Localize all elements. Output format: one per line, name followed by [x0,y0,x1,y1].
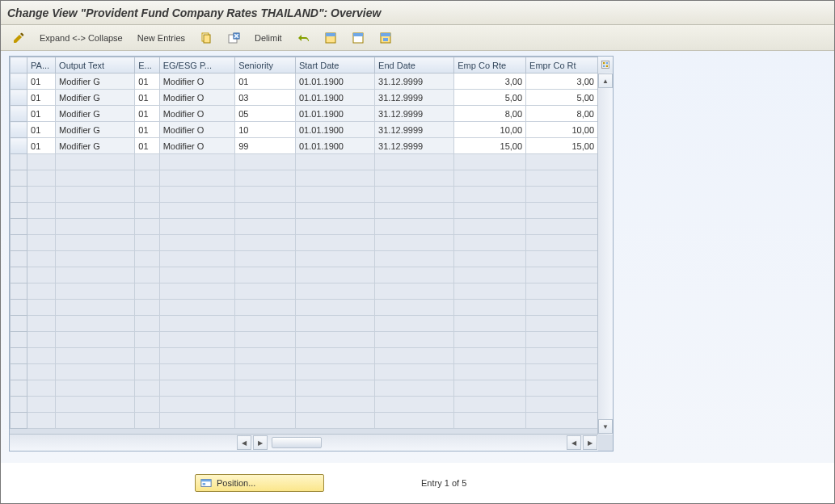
cell-empty[interactable] [159,413,235,429]
cell-end-date[interactable]: 31.12.9999 [375,122,454,138]
cell-empty[interactable] [454,203,526,219]
cell-empty[interactable] [159,235,235,251]
cell-empr-co-rt[interactable]: 15,00 [526,138,598,154]
table-row[interactable]: 01Modifier G01Modifier O1001.01.190031.1… [11,122,598,138]
delimit-button[interactable]: Delimit [250,29,287,47]
delete-icon[interactable] [222,29,245,47]
cell-empty[interactable] [27,348,56,364]
cell-empty[interactable] [454,235,526,251]
cell-empty[interactable] [295,203,374,219]
data-grid[interactable]: PA... Output Text E... EG/ESG P... Senio… [10,57,598,435]
cell-pa[interactable]: 01 [27,106,56,122]
cell-empty[interactable] [235,348,296,364]
cell-empty[interactable] [135,397,159,413]
cell-empty[interactable] [454,316,526,332]
row-selector[interactable] [11,170,27,187]
cell-empty[interactable] [27,235,56,251]
cell-empty[interactable] [135,154,159,170]
cell-empty[interactable] [454,300,526,316]
cell-emp-co-rte[interactable]: 5,00 [454,90,526,106]
cell-empty[interactable] [375,235,454,251]
row-selector[interactable] [11,284,27,300]
cell-empty[interactable] [526,397,598,413]
scroll-up-icon[interactable]: ▲ [598,74,613,88]
cell-empty[interactable] [235,251,296,267]
cell-empty[interactable] [56,267,135,284]
cell-empty[interactable] [454,348,526,364]
table-configure-icon[interactable] [597,57,613,74]
cell-empty[interactable] [295,267,374,284]
cell-e[interactable]: 01 [135,138,159,154]
cell-empty[interactable] [135,413,159,429]
col-e[interactable]: E... [135,57,159,74]
cell-empty[interactable] [135,380,159,397]
cell-start-date[interactable]: 01.01.1900 [295,74,374,90]
cell-empty[interactable] [295,235,374,251]
table-row-empty[interactable] [11,154,598,170]
row-selector[interactable] [11,332,27,348]
cell-empty[interactable] [135,187,159,203]
cell-empty[interactable] [375,154,454,170]
cell-empty[interactable] [375,332,454,348]
cell-empty[interactable] [454,380,526,397]
cell-empty[interactable] [295,332,374,348]
col-seniority[interactable]: Seniority [235,57,296,74]
cell-empty[interactable] [27,170,56,187]
cell-empty[interactable] [135,316,159,332]
cell-empty[interactable] [295,364,374,380]
cell-emp-co-rte[interactable]: 10,00 [454,122,526,138]
cell-empty[interactable] [135,203,159,219]
cell-empty[interactable] [235,203,296,219]
cell-empty[interactable] [159,364,235,380]
cell-start-date[interactable]: 01.01.1900 [295,122,374,138]
cell-empty[interactable] [159,203,235,219]
cell-emp-co-rte[interactable]: 3,00 [454,74,526,90]
col-end-date[interactable]: End Date [375,57,454,74]
cell-empty[interactable] [454,332,526,348]
expand-collapse-button[interactable]: Expand <-> Collapse [35,29,128,47]
cell-empty[interactable] [454,219,526,235]
table-row-empty[interactable] [11,219,598,235]
cell-empty[interactable] [235,380,296,397]
cell-start-date[interactable]: 01.01.1900 [295,90,374,106]
row-selector[interactable] [11,397,27,413]
undo-icon[interactable] [292,29,314,47]
cell-empty[interactable] [56,187,135,203]
cell-empty[interactable] [27,300,56,316]
table-row-empty[interactable] [11,284,598,300]
cell-empr-co-rt[interactable]: 8,00 [526,106,598,122]
col-empr-co-rt[interactable]: Empr Co Rt [526,57,598,74]
cell-empty[interactable] [526,235,598,251]
cell-empty[interactable] [375,170,454,187]
cell-empty[interactable] [375,187,454,203]
cell-empty[interactable] [526,332,598,348]
cell-empty[interactable] [235,300,296,316]
col-output-text[interactable]: Output Text [56,57,135,74]
cell-empty[interactable] [159,187,235,203]
row-selector[interactable] [11,138,27,154]
cell-empty[interactable] [159,316,235,332]
cell-empty[interactable] [375,316,454,332]
cell-pa[interactable]: 01 [27,122,56,138]
cell-empty[interactable] [526,300,598,316]
cell-empr-co-rt[interactable]: 5,00 [526,90,598,106]
cell-empty[interactable] [235,413,296,429]
cell-empty[interactable] [526,348,598,364]
cell-empty[interactable] [27,203,56,219]
table-row-empty[interactable] [11,300,598,316]
cell-empty[interactable] [56,284,135,300]
table-row[interactable]: 01Modifier G01Modifier O0101.01.190031.1… [11,74,598,90]
scroll-down-icon[interactable]: ▼ [598,419,613,434]
cell-empty[interactable] [375,203,454,219]
cell-pa[interactable]: 01 [27,90,56,106]
new-entries-button[interactable]: New Entries [133,29,190,47]
cell-seniority[interactable]: 99 [235,138,296,154]
cell-empty[interactable] [235,187,296,203]
cell-empty[interactable] [375,413,454,429]
cell-empty[interactable] [526,413,598,429]
cell-empty[interactable] [56,154,135,170]
copy-icon[interactable] [195,29,217,47]
cell-empty[interactable] [295,187,374,203]
row-selector[interactable] [11,251,27,267]
scroll-left-icon[interactable]: ◀ [237,435,251,450]
